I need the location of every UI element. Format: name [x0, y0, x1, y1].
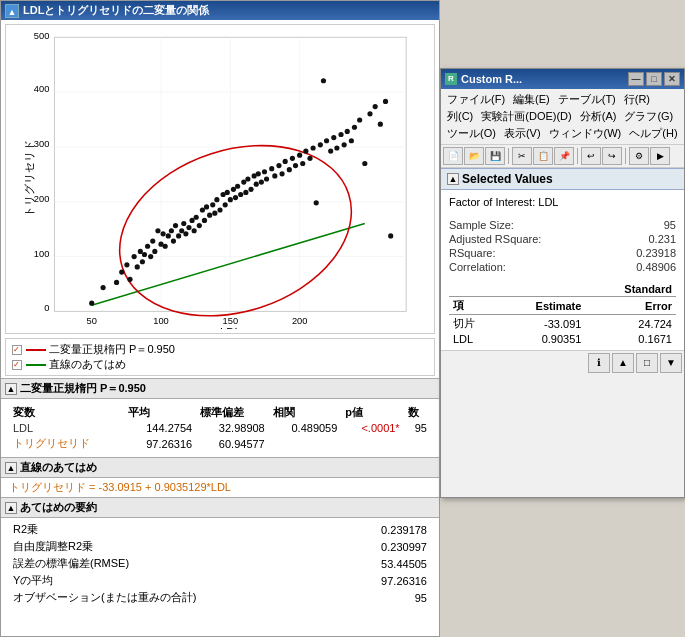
summary-label: 誤差の標準偏差(RMSE) — [9, 555, 338, 572]
maximize-button[interactable]: □ — [646, 72, 662, 86]
toolbar-extra2[interactable]: ▶ — [650, 147, 670, 165]
toolbar-redo[interactable]: ↪ — [602, 147, 622, 165]
svg-point-42 — [169, 228, 174, 233]
svg-point-83 — [279, 171, 284, 176]
bivariate-content: 変数 平均 標準偏差 相関 p値 数 LDL 144.2754 32.98908… — [1, 399, 439, 457]
svg-point-24 — [114, 280, 119, 285]
sv-label-2: RSquare: — [449, 247, 495, 259]
menu-row[interactable]: 行(R) — [620, 91, 654, 108]
toolbar-save[interactable]: 💾 — [485, 147, 505, 165]
legend-checkbox-regression[interactable] — [12, 360, 22, 370]
selected-values-header: ▲ Selected Values — [441, 168, 684, 190]
svg-point-53 — [197, 223, 202, 228]
bivariate-header-text: 二変量正規楕円 P＝0.950 — [20, 381, 146, 396]
svg-point-86 — [290, 156, 295, 161]
menu-graph[interactable]: グラフ(G) — [620, 108, 677, 125]
col-header-pval: p値 — [341, 404, 403, 421]
svg-point-94 — [318, 142, 323, 147]
custom-title-left: R Custom R... — [445, 73, 522, 85]
table-row: LDL 144.2754 32.98908 0.489059 <.0001* 9… — [9, 421, 431, 435]
svg-point-30 — [138, 249, 143, 254]
svg-point-103 — [349, 138, 354, 143]
svg-point-28 — [132, 254, 137, 259]
svg-point-80 — [269, 166, 274, 171]
toolbar-extra1[interactable]: ⚙ — [629, 147, 649, 165]
toolbar: 📄 📂 💾 ✂ 📋 📌 ↩ ↪ ⚙ ▶ — [441, 145, 684, 168]
sv-collapse-btn[interactable]: ▲ — [447, 173, 459, 185]
bivariate-table: 変数 平均 標準偏差 相関 p値 数 LDL 144.2754 32.98908… — [9, 404, 431, 452]
est-header-term — [449, 282, 498, 297]
selected-values-title: Selected Values — [462, 172, 553, 186]
menu-window[interactable]: ウィンドウ(W) — [545, 125, 626, 142]
menu-bar: ファイル(F) 編集(E) テーブル(T) 行(R) 列(C) 実験計画(DOE… — [441, 89, 684, 145]
svg-text:50: 50 — [87, 316, 97, 326]
svg-point-72 — [245, 176, 250, 181]
svg-point-87 — [293, 163, 298, 168]
legend-checkbox-ellipse[interactable] — [12, 345, 22, 355]
svg-point-26 — [124, 262, 129, 267]
svg-point-63 — [223, 202, 228, 207]
toolbar-new[interactable]: 📄 — [443, 147, 463, 165]
summary-row: オブザベーション(または重みの合計)95 — [9, 589, 431, 606]
minimize-button[interactable]: — — [628, 72, 644, 86]
footer-more-btn[interactable]: ▼ — [660, 353, 682, 373]
menu-file[interactable]: ファイル(F) — [443, 91, 509, 108]
menu-doe[interactable]: 実験計画(DOE)(D) — [477, 108, 575, 125]
menu-analyze[interactable]: 分析(A) — [576, 108, 621, 125]
toolbar-undo[interactable]: ↩ — [581, 147, 601, 165]
table-row: トリグリセリド 97.26316 60.94577 — [9, 435, 431, 452]
estimates-row: 切片-33.09124.724 — [449, 315, 676, 333]
svg-point-70 — [241, 180, 246, 185]
svg-point-73 — [248, 187, 253, 192]
estimates-table: Standard 項 Estimate Error 切片-33.09124.72… — [449, 282, 676, 346]
toolbar-cut[interactable]: ✂ — [512, 147, 532, 165]
factor-value: LDL — [538, 196, 558, 208]
svg-point-88 — [297, 153, 302, 158]
svg-point-97 — [328, 148, 333, 153]
svg-point-98 — [331, 135, 336, 140]
legend-label-ellipse: 二変量正規楕円 P＝0.950 — [49, 342, 175, 357]
tri-corr — [269, 435, 342, 452]
menu-edit[interactable]: 編集(E) — [509, 91, 554, 108]
svg-point-108 — [373, 104, 378, 109]
svg-point-66 — [231, 187, 236, 192]
footer-layout-btn[interactable]: □ — [636, 353, 658, 373]
est-header-term2: 項 — [449, 297, 498, 315]
footer-info-btn[interactable]: ℹ — [588, 353, 610, 373]
svg-point-81 — [272, 173, 277, 178]
tri-mean: 97.26316 — [124, 435, 197, 452]
svg-point-102 — [345, 129, 350, 134]
tri-sd: 60.94577 — [196, 435, 269, 452]
legend-item-ellipse: 二変量正規楕円 P＝0.950 — [12, 342, 428, 357]
legend-label-regression: 直線のあてはめ — [49, 357, 126, 372]
sv-divider — [449, 210, 676, 218]
est-estimate: -33.091 — [498, 315, 586, 333]
footer-up-btn[interactable]: ▲ — [612, 353, 634, 373]
bivariate-collapse-btn[interactable]: ▲ — [5, 383, 17, 395]
menu-view[interactable]: 表示(V) — [500, 125, 545, 142]
sv-row-corr: Correlation: 0.48906 — [449, 260, 676, 274]
toolbar-paste[interactable]: 📌 — [554, 147, 574, 165]
main-window: ▲ LDLとトリグリセリドの二変量の関係 トリグリセリド 0 100 200 3… — [0, 0, 440, 637]
svg-point-82 — [276, 163, 281, 168]
svg-point-37 — [155, 228, 160, 233]
svg-point-32 — [142, 252, 147, 257]
summary-collapse-btn[interactable]: ▲ — [5, 502, 17, 514]
menu-col[interactable]: 列(C) — [443, 108, 477, 125]
menu-table[interactable]: テーブル(T) — [554, 91, 620, 108]
regression-collapse-btn[interactable]: ▲ — [5, 462, 17, 474]
col-header-n: 数 — [404, 404, 431, 421]
svg-point-48 — [183, 231, 188, 236]
menu-tools[interactable]: ツール(O) — [443, 125, 500, 142]
est-estimate: 0.90351 — [498, 332, 586, 346]
custom-r-window: R Custom R... — □ ✕ ファイル(F) 編集(E) テーブル(T… — [440, 68, 685, 498]
ldl-sd: 32.98908 — [196, 421, 269, 435]
close-button[interactable]: ✕ — [664, 72, 680, 86]
sv-content: Factor of Interest: LDL Sample Size: 95 … — [441, 190, 684, 350]
toolbar-open[interactable]: 📂 — [464, 147, 484, 165]
svg-text:400: 400 — [34, 84, 50, 94]
toolbar-copy[interactable]: 📋 — [533, 147, 553, 165]
legend-line-green — [26, 364, 46, 366]
sv-label-3: Correlation: — [449, 261, 506, 273]
menu-help[interactable]: ヘルプ(H) — [625, 125, 681, 142]
